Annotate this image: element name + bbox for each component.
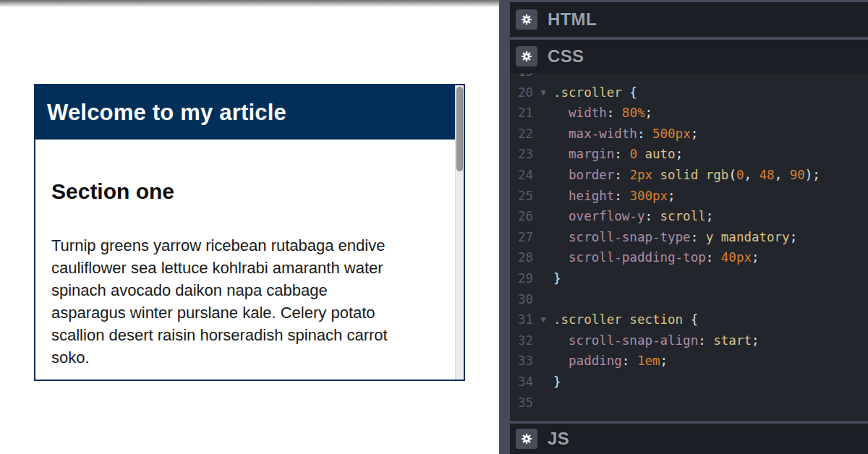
line-number: 23 — [510, 144, 533, 165]
fold-spacer — [533, 247, 553, 268]
fold-spacer — [533, 73, 553, 82]
fold-spacer — [533, 186, 553, 207]
fold-spacer — [533, 206, 553, 227]
code-line: 23 margin: 0 auto; — [510, 144, 868, 165]
scroller-box[interactable]: Welcome to my article Section one Turnip… — [34, 84, 465, 381]
code-text: scroll-snap-align: start; — [553, 330, 868, 351]
fold-spacer — [533, 227, 553, 248]
code-line: 28 scroll-padding-top: 40px; — [510, 247, 868, 268]
article-title: Welcome to my article — [47, 100, 286, 126]
pane-resizer[interactable] — [499, 0, 510, 454]
line-number: 26 — [510, 206, 533, 227]
gear-icon — [521, 14, 532, 25]
code-text: scroll-padding-top: 40px; — [553, 247, 868, 268]
code-line: 35 — [510, 393, 868, 414]
css-code-editor[interactable]: 1920▼.scroller {21 width: 80%;22 max-wid… — [510, 73, 868, 421]
line-number: 21 — [510, 103, 533, 124]
gear-icon — [521, 51, 532, 62]
code-text — [553, 289, 868, 310]
preview-pane: Welcome to my article Section one Turnip… — [0, 0, 499, 454]
line-number: 20 — [510, 82, 533, 103]
line-number: 35 — [510, 393, 533, 414]
code-line: 21 width: 80%; — [510, 103, 868, 124]
code-text: border: 2px solid rgb(0, 48, 90); — [553, 165, 868, 186]
line-number: 33 — [510, 351, 533, 372]
fold-toggle-icon[interactable]: ▼ — [533, 309, 553, 330]
code-text: margin: 0 auto; — [553, 144, 868, 165]
code-text: padding: 1em; — [553, 351, 868, 372]
code-line: 32 scroll-snap-align: start; — [510, 330, 868, 351]
editor-panels: HTML CSS 1920▼.scrol — [510, 0, 868, 454]
line-number: 34 — [510, 372, 533, 393]
scrollbar-thumb[interactable] — [456, 87, 463, 171]
top-shadow — [0, 0, 499, 7]
code-line: 29} — [510, 268, 868, 289]
code-text — [553, 73, 868, 82]
code-line: 33 padding: 1em; — [510, 351, 868, 372]
css-panel-header[interactable]: CSS — [510, 40, 868, 73]
section-heading: Section one — [51, 181, 439, 202]
html-settings-button[interactable] — [516, 9, 537, 30]
code-line: 27 scroll-snap-type: y mandatory; — [510, 227, 868, 248]
section-body-text: Turnip greens yarrow ricebean rutabaga e… — [51, 234, 439, 369]
line-number: 25 — [510, 186, 533, 207]
css-code-lines: 1920▼.scroller {21 width: 80%;22 max-wid… — [510, 73, 868, 413]
fold-spacer — [533, 165, 553, 186]
fold-spacer — [533, 144, 553, 165]
code-text: max-width: 500px; — [553, 124, 868, 145]
code-text: overflow-y: scroll; — [553, 206, 868, 227]
code-text: .scroller { — [553, 82, 868, 103]
code-text: } — [553, 372, 868, 393]
line-number: 28 — [510, 247, 533, 268]
code-text: .scroller section { — [553, 309, 868, 330]
gear-icon — [521, 433, 532, 445]
code-line: 30 — [510, 289, 868, 310]
code-line: 34} — [510, 372, 868, 393]
fold-spacer — [533, 351, 553, 372]
fold-toggle-icon[interactable]: ▼ — [533, 82, 553, 103]
line-number: 31 — [510, 309, 533, 330]
fold-spacer — [533, 103, 553, 124]
line-number: 29 — [510, 268, 533, 289]
html-panel-label: HTML — [548, 9, 597, 30]
code-text: height: 300px; — [553, 186, 868, 207]
vertical-scrollbar[interactable] — [455, 85, 464, 380]
css-settings-button[interactable] — [516, 46, 537, 67]
code-text — [553, 393, 868, 414]
code-text: width: 80%; — [553, 103, 868, 124]
editor-pane: HTML CSS 1920▼.scrol — [499, 0, 868, 454]
line-number: 30 — [510, 289, 533, 310]
fold-spacer — [533, 289, 553, 310]
line-number: 22 — [510, 124, 533, 145]
article-header: Welcome to my article — [35, 85, 455, 140]
fold-spacer — [533, 124, 553, 145]
js-panel-label: JS — [548, 429, 569, 449]
code-line: 22 max-width: 500px; — [510, 124, 868, 145]
html-panel-header[interactable]: HTML — [510, 2, 868, 37]
js-settings-button[interactable] — [516, 429, 537, 449]
code-line: 19 — [510, 73, 868, 82]
fold-spacer — [533, 268, 553, 289]
css-panel-label: CSS — [548, 46, 584, 67]
line-number: 19 — [510, 73, 533, 82]
article-section: Section one Turnip greens yarrow ricebea… — [35, 140, 455, 380]
fold-spacer — [533, 330, 553, 351]
code-line: 24 border: 2px solid rgb(0, 48, 90); — [510, 165, 868, 186]
line-number: 32 — [510, 330, 533, 351]
code-line: 26 overflow-y: scroll; — [510, 206, 868, 227]
code-line: 20▼.scroller { — [510, 82, 868, 103]
line-number: 24 — [510, 165, 533, 186]
code-line: 25 height: 300px; — [510, 186, 868, 207]
line-number: 27 — [510, 227, 533, 248]
js-panel-header[interactable]: JS — [510, 424, 868, 454]
fold-spacer — [533, 393, 553, 414]
code-line: 31▼.scroller section { — [510, 309, 868, 330]
code-text: scroll-snap-type: y mandatory; — [553, 227, 868, 248]
fold-spacer — [533, 372, 553, 393]
code-text: } — [553, 268, 868, 289]
